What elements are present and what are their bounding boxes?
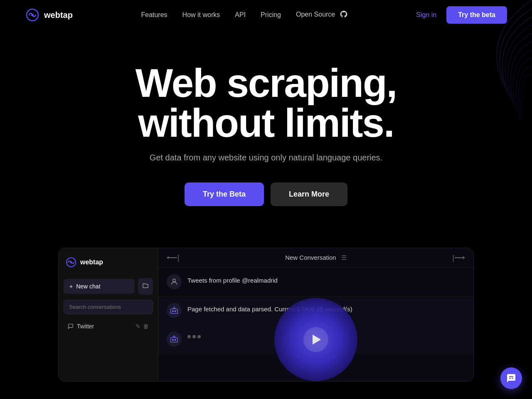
svg-rect-8: [171, 337, 178, 342]
svg-point-3: [70, 261, 72, 264]
sign-in-button[interactable]: Sign in: [416, 11, 436, 19]
chat-item-label: Twitter: [77, 323, 94, 330]
chat-message-user: Tweets from profile @realmadrid: [158, 268, 473, 296]
app-preview: webtap + New chat Twitter: [58, 248, 474, 382]
chat-item-actions: ✎ 🗑: [135, 323, 149, 330]
try-beta-hero-button[interactable]: Try the Beta: [185, 182, 264, 206]
chat-header: ⟵| New Conversation ☰ |⟶: [158, 248, 473, 268]
app-main: ⟵| New Conversation ☰ |⟶: [158, 248, 473, 381]
svg-point-9: [172, 339, 174, 340]
user-message-text: Tweets from profile @realmadrid: [187, 274, 278, 284]
video-overlay[interactable]: [274, 298, 357, 381]
nav-links: Features How it works API Pricing Open S…: [141, 10, 347, 20]
play-button[interactable]: [303, 327, 328, 352]
logo-link[interactable]: webtap: [25, 7, 73, 22]
sidebar-logo: webtap: [64, 255, 153, 270]
logo-text: webtap: [44, 10, 73, 20]
chat-header-left[interactable]: ⟵|: [167, 253, 180, 262]
chat-bubble-icon: [68, 323, 74, 329]
hero-headline: Web scraping, without limits.: [8, 63, 524, 143]
collapse-right-icon: |⟶: [452, 253, 465, 262]
hero-subheading: Get data from any website using only nat…: [8, 153, 524, 163]
bot-avatar-2: [167, 332, 182, 347]
bot-icon-2: [170, 335, 179, 344]
svg-point-1: [31, 14, 34, 16]
hero-section: Web scraping, without limits. Get data f…: [0, 30, 532, 231]
app-sidebar: webtap + New chat Twitter: [59, 248, 158, 381]
new-chat-button[interactable]: + New chat: [64, 279, 135, 294]
svg-point-10: [175, 339, 176, 340]
sidebar-logo-icon: [65, 256, 77, 268]
folder-icon: [142, 282, 149, 289]
menu-icon: ☰: [341, 254, 347, 261]
delete-icon[interactable]: 🗑: [143, 323, 149, 330]
chat-header-right[interactable]: |⟶: [452, 253, 465, 262]
nav-how-it-works[interactable]: How it works: [182, 11, 220, 18]
bot-icon-1: [170, 306, 179, 315]
folder-button[interactable]: [138, 278, 153, 295]
collapse-left-icon: ⟵|: [167, 253, 180, 262]
try-beta-nav-button[interactable]: Try the beta: [446, 6, 507, 24]
sidebar-chat-item-twitter[interactable]: Twitter ✎ 🗑: [64, 319, 153, 333]
user-avatar: [167, 274, 182, 289]
nav-features[interactable]: Features: [141, 11, 167, 18]
svg-point-7: [175, 310, 176, 312]
edit-icon[interactable]: ✎: [135, 323, 140, 330]
support-chat-icon: [506, 373, 516, 383]
hero-buttons: Try the Beta Learn More: [8, 182, 524, 206]
search-conversations-input[interactable]: [64, 300, 153, 314]
new-chat-row: + New chat: [64, 278, 153, 295]
svg-point-6: [172, 310, 174, 312]
nav-actions: Sign in Try the beta: [416, 6, 507, 24]
user-icon: [170, 278, 178, 286]
nav-open-source[interactable]: Open Source: [296, 11, 348, 18]
support-chat-bubble[interactable]: [500, 367, 522, 389]
svg-rect-5: [171, 309, 178, 313]
svg-point-4: [173, 279, 176, 282]
dot-2: [192, 335, 196, 338]
typing-dots: [187, 332, 201, 338]
bot-avatar-1: [167, 303, 182, 318]
nav-pricing[interactable]: Pricing: [261, 11, 281, 18]
learn-more-button[interactable]: Learn More: [271, 182, 347, 206]
nav-api[interactable]: API: [235, 11, 246, 18]
chat-messages: Tweets from profile @realmadrid Page fet…: [158, 268, 473, 381]
dot-3: [197, 335, 201, 338]
logo-icon: [25, 7, 40, 22]
play-triangle-icon: [313, 335, 321, 345]
main-nav: webtap Features How it works API Pricing…: [0, 0, 532, 30]
plus-icon: +: [69, 283, 73, 290]
github-icon: [340, 10, 348, 20]
chat-header-title: New Conversation ☰: [285, 254, 347, 261]
dot-1: [187, 335, 191, 338]
sidebar-brand-name: webtap: [80, 259, 103, 266]
